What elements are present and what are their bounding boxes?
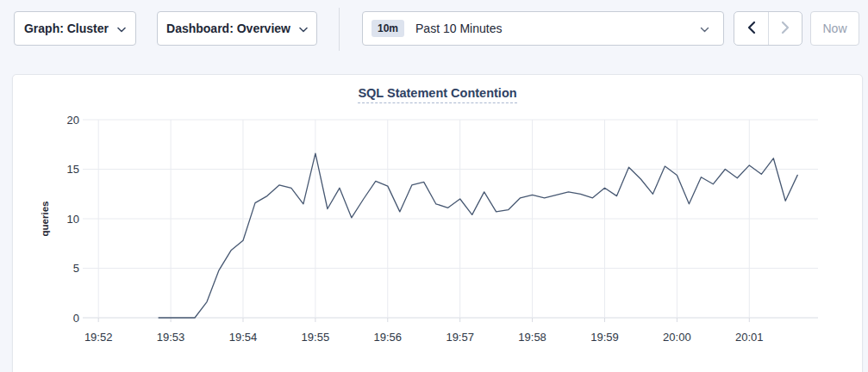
chevron-right-icon [781,21,790,37]
chevron-down-icon [117,22,126,35]
graph-dropdown[interactable]: Graph: Cluster [14,11,136,46]
dashboard-dropdown-label: Dashboard: Overview [166,22,290,35]
time-range-picker[interactable]: 10m Past 10 Minutes [362,11,724,46]
x-tick-label: 19:57 [446,331,474,344]
y-tick-label: 0 [73,312,79,325]
chevron-down-icon [700,21,709,36]
now-button[interactable]: Now [810,11,859,46]
time-pager [734,11,802,46]
y-tick-label: 15 [67,163,79,176]
dashboard-dropdown[interactable]: Dashboard: Overview [157,11,317,46]
y-axis-label: queries [40,202,50,237]
x-tick-label: 19:52 [84,331,113,344]
graph-dropdown-label: Graph: Cluster [24,22,109,35]
x-tick-label: 19:55 [302,331,330,344]
y-tick-label: 20 [67,114,79,127]
toolbar-divider [339,8,340,51]
time-range-label: Past 10 Minutes [415,22,502,35]
chart-line-queries [159,153,797,318]
chart-card: SQL Statement Contention 0510152019:5219… [12,74,863,372]
y-tick-label: 5 [73,262,79,275]
x-tick-label: 19:58 [518,331,546,344]
chevron-left-icon [747,21,756,37]
prev-time-button[interactable] [734,12,768,45]
chevron-down-icon [299,22,308,35]
x-tick-label: 19:53 [157,331,185,344]
next-time-button[interactable] [768,12,802,45]
y-tick-label: 10 [67,213,79,226]
x-tick-label: 20:01 [735,331,764,344]
sql-statement-contention-chart: 0510152019:5219:5319:5419:5519:5619:5719… [13,75,864,372]
x-tick-label: 19:56 [374,331,403,344]
x-tick-label: 20:00 [663,331,691,344]
x-tick-label: 19:59 [590,331,619,344]
x-tick-label: 19:54 [229,331,258,344]
time-range-badge: 10m [372,20,404,37]
